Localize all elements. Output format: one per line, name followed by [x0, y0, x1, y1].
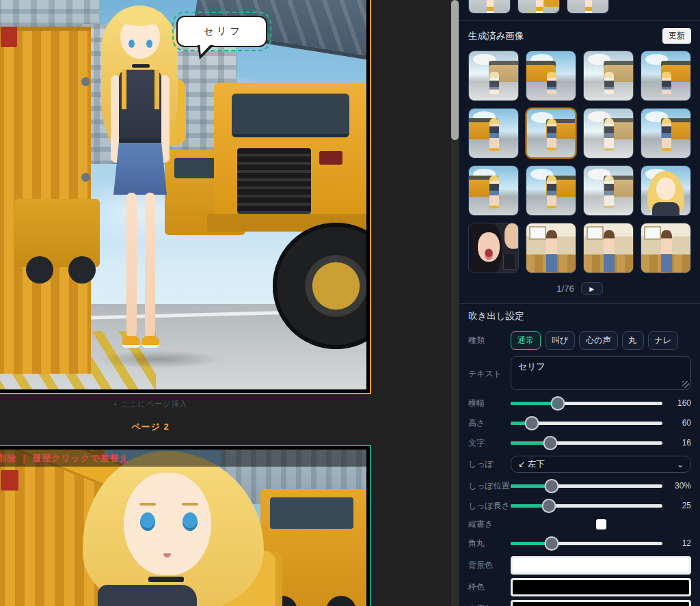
tail-position-label: しっぽ位置: [468, 480, 511, 492]
generated-image-thumbnail[interactable]: [526, 51, 576, 101]
tail-position-slider[interactable]: [511, 479, 662, 493]
manga-page-1[interactable]: セリフ: [0, 0, 371, 394]
tail-label: しっぽ: [468, 458, 511, 470]
truck-grille: [237, 148, 311, 214]
manga-page-2[interactable]: 削除 ｜ 履歴クリックで差替え: [0, 445, 371, 606]
page-image-action-bar[interactable]: 削除 ｜ 履歴クリックで差替え: [0, 450, 366, 467]
corner-radius-slider-row: 角丸 12: [468, 536, 691, 550]
slider-knob[interactable]: [550, 396, 565, 411]
width-slider-row: 横幅 160: [468, 396, 691, 410]
truck-windshield: [232, 94, 349, 137]
text-color-picker[interactable]: [511, 600, 691, 606]
generated-image-thumbnail[interactable]: [641, 51, 691, 101]
text-color-label: 文字色: [468, 603, 511, 606]
generated-image-thumbnail[interactable]: [526, 165, 576, 216]
tail-direction-select[interactable]: ↙ 左下 ⌄: [511, 456, 691, 473]
corner-radius-label: 角丸: [468, 538, 511, 549]
generated-image-thumbnail[interactable]: [641, 223, 691, 273]
generated-image-thumbnail[interactable]: [468, 108, 519, 159]
truck-wheel: [273, 223, 366, 349]
slider-knob[interactable]: [544, 479, 558, 493]
next-page-button[interactable]: ▶: [581, 282, 603, 295]
tail-length-slider-row: しっぽ長さ 25: [468, 499, 691, 512]
generated-image-thumbnail[interactable]: [468, 223, 519, 273]
border-color-label: 枠色: [468, 581, 511, 593]
history-thumbnail[interactable]: [517, 0, 560, 14]
insert-page-here-button[interactable]: + ここにページ挿入: [0, 399, 301, 409]
height-slider[interactable]: [511, 416, 662, 430]
font-size-value: 16: [669, 438, 691, 447]
background-color-row: 背景色: [468, 556, 691, 575]
generated-images-title: 生成済み画像: [468, 30, 524, 42]
generated-images-header: 生成済み画像 更新: [468, 28, 691, 44]
slider-knob[interactable]: [541, 499, 556, 513]
bubble-type-round-button[interactable]: 丸: [622, 331, 644, 350]
text-color-value: [513, 602, 689, 606]
bubble-settings-title: 吹き出し設定: [468, 310, 691, 322]
tail-length-value: 25: [669, 501, 691, 510]
hair-bangs: [116, 8, 164, 26]
height-slider-row: 高さ 60: [468, 416, 691, 430]
pagination: 1/76 ▶: [468, 282, 691, 295]
divider: [459, 20, 700, 20]
generated-image-thumbnail[interactable]: [468, 51, 519, 101]
tail-length-label: しっぽ長さ: [468, 500, 511, 512]
bubble-type-normal-button[interactable]: 通常: [511, 331, 541, 350]
bubble-text-label: テキスト: [468, 368, 511, 380]
container-hinge-illustration: [81, 77, 90, 86]
replace-hint-text: 削除 ｜ 履歴クリックで差替え: [0, 452, 129, 465]
height-label: 高さ: [468, 417, 511, 429]
vertical-text-checkbox[interactable]: [596, 519, 606, 529]
denim-skirt: [113, 143, 167, 195]
font-size-slider[interactable]: [511, 436, 662, 450]
background-color-label: 背景色: [468, 560, 511, 571]
warning-label-illustration: [1, 470, 18, 491]
generated-image-thumbnail[interactable]: [641, 165, 691, 216]
backpack-strap: [154, 70, 159, 109]
slider-knob[interactable]: [544, 536, 558, 551]
generated-images-grid: [468, 51, 691, 273]
eyebrow: [139, 503, 156, 506]
generated-image-thumbnail[interactable]: [583, 108, 634, 159]
page-2-label: ページ 2: [0, 421, 301, 433]
history-thumbnail[interactable]: [468, 0, 511, 14]
eye: [129, 40, 135, 48]
tail-direction-row: しっぽ ↙ 左下 ⌄: [468, 456, 691, 473]
history-thumbnail[interactable]: [567, 0, 609, 14]
corner-radius-value: 12: [669, 538, 691, 548]
generated-image-thumbnail-selected[interactable]: [526, 108, 576, 159]
bubble-type-narration-button[interactable]: ナレ: [648, 331, 679, 350]
generated-image-thumbnail[interactable]: [641, 108, 691, 159]
generated-image-thumbnail[interactable]: [583, 223, 634, 273]
width-slider[interactable]: [511, 396, 662, 410]
generated-image-thumbnail[interactable]: [583, 165, 634, 216]
face: [124, 473, 211, 575]
panel-scrollbar-thumb[interactable]: [451, 0, 459, 140]
bubble-type-thought-button[interactable]: 心の声: [579, 331, 617, 350]
refresh-button[interactable]: 更新: [662, 28, 691, 44]
background-color-picker[interactable]: [511, 556, 691, 575]
leg: [126, 193, 137, 338]
width-label: 横幅: [468, 398, 511, 409]
chevron-down-icon: ⌄: [677, 460, 684, 469]
slider-knob[interactable]: [525, 416, 539, 430]
bubble-type-label: 種類: [468, 335, 511, 346]
truck-light: [319, 151, 342, 165]
width-value: 160: [669, 398, 691, 408]
bubble-text-input[interactable]: セリフ: [511, 356, 691, 390]
border-color-picker[interactable]: [511, 578, 691, 596]
generated-image-thumbnail[interactable]: [526, 223, 576, 273]
generated-image-thumbnail[interactable]: [583, 51, 634, 101]
tail-length-slider[interactable]: [511, 499, 662, 512]
font-size-slider-row: 文字 16: [468, 436, 691, 450]
shoe: [142, 336, 159, 348]
truck-illustration: [14, 199, 100, 267]
generated-image-thumbnail[interactable]: [468, 165, 519, 216]
eyebrow: [182, 503, 198, 506]
speech-bubble-selected[interactable]: セリフ: [176, 16, 267, 47]
warning-label-illustration: [1, 27, 17, 47]
bubble-type-shout-button[interactable]: 叫び: [545, 331, 575, 350]
panel-scrollbar-track[interactable]: [451, 0, 459, 606]
slider-knob[interactable]: [543, 436, 557, 450]
corner-radius-slider[interactable]: [511, 536, 662, 550]
